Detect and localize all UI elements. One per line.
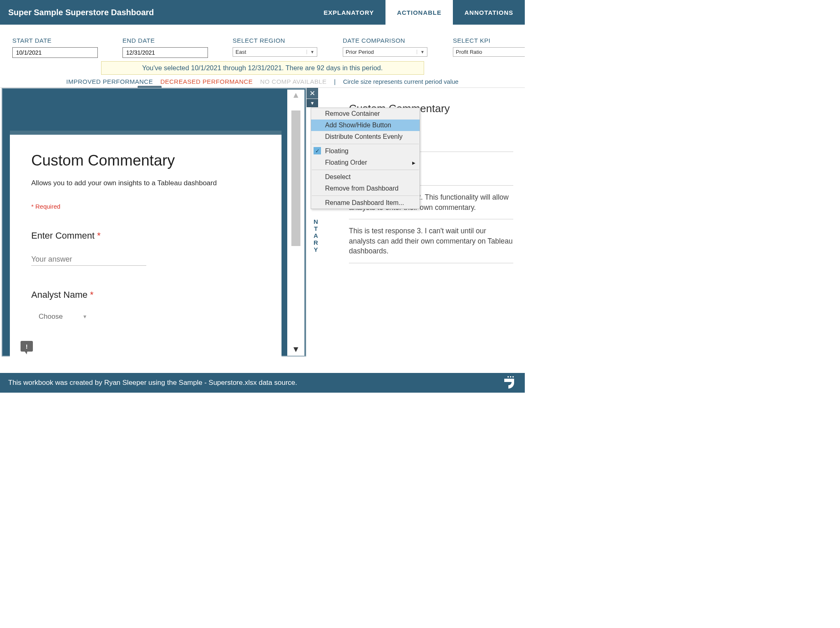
kpi-select-value: Profit Ratio: [456, 49, 482, 55]
header-tabs: EXPLANATORY ACTIONABLE ANNOTATIONS: [312, 0, 525, 25]
filter-kpi-label: SELECT KPI: [453, 37, 525, 44]
scroll-down-icon[interactable]: ▼: [292, 345, 300, 354]
footer: This workbook was created by Ryan Sleepe…: [0, 373, 525, 393]
filter-region: SELECT REGION East ▼: [233, 37, 335, 58]
container-context-menu: Remove Container Add Show/Hide Button Di…: [311, 108, 420, 209]
main-area: Custom Commentary mment. Let's take a ro…: [0, 88, 525, 359]
menu-separator: [312, 144, 419, 144]
chevron-down-icon: ▼: [307, 50, 314, 54]
filter-start-date: START DATE: [12, 37, 114, 58]
form-title: Custom Commentary: [31, 152, 260, 169]
form-subtitle: Allows you to add your own insights to a…: [31, 179, 260, 187]
menu-floating[interactable]: Floating: [311, 145, 420, 157]
legend-separator: |: [334, 78, 336, 85]
compare-select-value: Prior Period: [346, 49, 374, 55]
filter-end-date-label: END DATE: [122, 37, 224, 44]
filter-kpi: SELECT KPI Profit Ratio ▼: [453, 37, 525, 58]
form-required-note: * Required: [31, 203, 260, 210]
chevron-down-icon: ▼: [83, 314, 88, 320]
menu-add-show-hide-button[interactable]: Add Show/Hide Button: [311, 120, 420, 131]
close-container-button[interactable]: ✕: [307, 88, 318, 99]
commentary-item: This is test response 3. I can't wait un…: [349, 219, 513, 263]
svg-rect-0: [508, 376, 509, 377]
container-menu-button[interactable]: ▼: [307, 99, 318, 107]
dashboard-title: Super Sample Superstore Dashboard: [8, 8, 154, 17]
filters-row: START DATE END DATE SELECT REGION East ▼…: [0, 25, 525, 61]
vertical-tab-letter: T: [314, 225, 319, 232]
tab-actionable[interactable]: ACTIONABLE: [385, 0, 453, 25]
start-date-input[interactable]: [12, 47, 98, 58]
footer-text: This workbook was created by Ryan Sleepe…: [8, 379, 297, 387]
menu-remove-container[interactable]: Remove Container: [311, 108, 420, 120]
region-select-value: East: [235, 49, 246, 55]
scroll-up-icon[interactable]: ▲: [292, 90, 300, 100]
floating-container-selected[interactable]: Custom Commentary Allows you to add your…: [2, 88, 306, 357]
menu-deselect[interactable]: Deselect: [311, 171, 420, 183]
svg-rect-2: [512, 376, 514, 377]
report-problem-icon[interactable]: !: [21, 341, 33, 352]
svg-rect-1: [510, 376, 511, 377]
filter-compare-label: DATE COMPARISON: [343, 37, 445, 44]
menu-distribute-evenly[interactable]: Distribute Contents Evenly: [311, 131, 420, 143]
legend-decreased: DECREASED PERFORMANCE: [160, 78, 253, 85]
vertical-tab-letter: R: [314, 239, 320, 246]
enter-comment-label: Enter Comment *: [31, 230, 260, 241]
required-star-icon: *: [97, 230, 101, 241]
legend-note: Circle size represents current period va…: [343, 78, 459, 85]
vertical-tab-letter: Y: [314, 246, 319, 253]
container-controls: ✕ ▼: [307, 88, 319, 107]
menu-separator: [312, 170, 419, 170]
menu-floating-order[interactable]: Floating Order: [311, 157, 420, 168]
dashboard-header: Super Sample Superstore Dashboard EXPLAN…: [0, 0, 525, 25]
chevron-down-icon: ▼: [417, 50, 425, 54]
menu-remove-from-dashboard[interactable]: Remove from Dashboard: [311, 183, 420, 194]
filter-date-comparison: DATE COMPARISON Prior Period ▼: [343, 37, 445, 58]
filter-start-date-label: START DATE: [12, 37, 114, 44]
menu-separator: [312, 196, 419, 196]
menu-rename-dashboard-item[interactable]: Rename Dashboard Item...: [311, 197, 420, 209]
compare-select[interactable]: Prior Period ▼: [343, 47, 427, 57]
brand-logo-icon: [502, 375, 517, 390]
tab-annotations[interactable]: ANNOTATIONS: [453, 0, 525, 25]
enter-comment-input[interactable]: [31, 253, 146, 266]
tab-explanatory[interactable]: EXPLANATORY: [312, 0, 385, 25]
end-date-input[interactable]: [122, 47, 208, 58]
vertical-tab-letter: N: [314, 218, 320, 225]
scroll-track[interactable]: [291, 102, 300, 345]
filter-end-date: END DATE: [122, 37, 224, 58]
analyst-name-select[interactable]: Choose ▼: [31, 313, 260, 321]
legend-nocomp: NO COMP AVAILABLE: [260, 78, 327, 85]
legend-improved: IMPROVED PERFORMANCE: [66, 78, 153, 85]
google-form-card: Custom Commentary Allows you to add your…: [10, 135, 282, 357]
kpi-select[interactable]: Profit Ratio ▼: [453, 47, 525, 57]
vertical-tab-letter: A: [314, 232, 320, 239]
filter-region-label: SELECT REGION: [233, 37, 335, 44]
analyst-name-label: Analyst Name *: [31, 290, 260, 300]
analyst-name-value: Choose: [39, 313, 63, 321]
region-select[interactable]: East ▼: [233, 47, 317, 57]
legend-row: IMPROVED PERFORMANCE DECREASED PERFORMAN…: [0, 75, 525, 88]
scroll-thumb[interactable]: [291, 110, 300, 246]
selection-message: You've selected 10/1/2021 through 12/31/…: [101, 61, 424, 75]
required-star-icon: *: [90, 290, 94, 300]
form-scrollbar[interactable]: ▲ ▼: [287, 90, 305, 356]
